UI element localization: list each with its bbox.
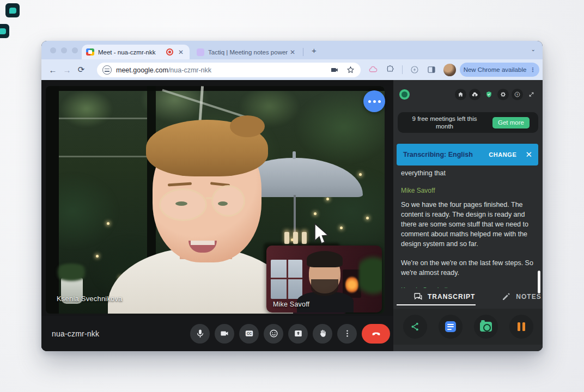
svg-text:CC: CC xyxy=(246,332,252,335)
main-video-tile[interactable]: Ksenia Svechnikova Mike Savoff xyxy=(46,86,385,314)
transcript-text: So we have the four pages finished. The … xyxy=(401,200,536,249)
tab-transcript[interactable]: TRANSCRIPT xyxy=(413,292,475,302)
snowy-window xyxy=(271,260,302,299)
plant xyxy=(359,251,382,300)
desktop-chat-app-icon-2[interactable] xyxy=(0,24,9,38)
close-tab-icon[interactable]: ✕ xyxy=(177,48,185,56)
document-icon xyxy=(445,321,456,332)
close-window-button[interactable] xyxy=(50,47,56,53)
meet-favicon-icon xyxy=(86,48,94,56)
home-icon xyxy=(457,91,464,98)
panel-tabs: TRANSCRIPT NOTES xyxy=(393,289,543,305)
door-frame xyxy=(46,86,385,91)
screenshot-button[interactable] xyxy=(474,315,498,339)
help-icon: ? xyxy=(514,91,521,98)
forward-button[interactable]: → xyxy=(60,65,74,75)
browser-menu-icon[interactable]: ⋮ xyxy=(530,69,536,71)
eye xyxy=(175,201,187,206)
end-call-button[interactable] xyxy=(362,324,390,344)
tab-tactiq[interactable]: Tactiq | Meeting notes power ✕ xyxy=(192,45,301,59)
tab-divider xyxy=(303,48,303,56)
home-button[interactable] xyxy=(455,89,466,100)
change-language-button[interactable]: CHANGE xyxy=(489,151,516,158)
hair xyxy=(307,251,343,267)
raise-hand-button[interactable] xyxy=(313,324,332,344)
url-text[interactable]: meet.google.com/nua-czmr-nkk xyxy=(116,66,330,74)
smiley-icon xyxy=(269,328,279,339)
meeting-code: nua-czmr-nkk xyxy=(52,329,99,338)
more-options-button[interactable] xyxy=(337,324,357,344)
tab-label: NOTES xyxy=(516,293,541,301)
close-banner-icon[interactable]: ✕ xyxy=(525,150,532,160)
tab-search-chevron-icon[interactable]: ⌄ xyxy=(531,46,536,52)
present-icon xyxy=(293,328,303,339)
side-panel-icon[interactable] xyxy=(427,65,436,75)
browser-window: Meet - nua-czmr-nkk ✕ Tactiq | Meeting n… xyxy=(41,41,543,351)
address-bar[interactable]: meet.google.com/nua-czmr-nkk xyxy=(97,63,361,77)
tab-notes[interactable]: NOTES xyxy=(501,292,541,302)
panel-scrollbar[interactable] xyxy=(538,271,540,293)
expand-panel-button[interactable] xyxy=(526,89,537,100)
tab-camera-access-icon[interactable] xyxy=(330,65,339,75)
back-button[interactable]: ← xyxy=(46,65,60,75)
glasses-bridge xyxy=(206,197,212,199)
captions-icon: CC xyxy=(244,328,254,339)
close-tab-icon[interactable]: ✕ xyxy=(288,48,297,56)
toolbar-separator xyxy=(402,65,403,74)
chat-typing-bubble[interactable] xyxy=(363,90,385,112)
microphone-button[interactable] xyxy=(190,324,210,344)
transcribing-banner: Transcribing: English CHANGE ✕ xyxy=(397,144,538,166)
captions-button[interactable]: CC xyxy=(239,324,259,344)
transcript-text: We're on the we're on the last few steps… xyxy=(401,258,536,278)
cloud-upload-icon xyxy=(471,91,478,98)
transcript-list[interactable]: everything that Mike Savoff So we have t… xyxy=(401,167,536,288)
chrome-update-button[interactable]: New Chrome available ⋮ xyxy=(460,63,539,77)
end-call-icon xyxy=(371,328,381,339)
shield-check-icon xyxy=(485,91,492,98)
site-info-icon[interactable] xyxy=(102,65,112,75)
pencil-icon xyxy=(501,292,511,302)
door-muntin xyxy=(59,118,147,119)
notes-document-button[interactable] xyxy=(439,315,463,339)
reactions-button[interactable] xyxy=(264,324,283,344)
window-traffic-lights[interactable] xyxy=(50,47,78,53)
camera-icon xyxy=(480,322,492,332)
recording-indicator-icon xyxy=(166,48,173,56)
camera-icon xyxy=(220,328,230,339)
transcript-text: everything that xyxy=(401,168,536,178)
tactiq-logo-icon xyxy=(399,89,410,100)
pip-participant-name: Mike Savoff xyxy=(273,301,309,308)
active-tab-underline xyxy=(397,304,476,305)
hair-bun xyxy=(146,120,268,176)
battery-saver-icon[interactable] xyxy=(410,65,419,75)
profile-avatar[interactable] xyxy=(443,64,456,76)
bookmark-star-icon[interactable] xyxy=(346,65,355,75)
settings-button[interactable] xyxy=(497,89,509,100)
main-participant-name: Ksenia Svechnikova xyxy=(57,295,123,303)
eye xyxy=(218,201,228,206)
share-button[interactable] xyxy=(403,315,427,339)
new-tab-button[interactable]: + xyxy=(312,46,317,54)
tab-meet[interactable]: Meet - nua-czmr-nkk ✕ xyxy=(82,45,190,59)
minimize-window-button[interactable] xyxy=(61,47,67,53)
camera-button[interactable] xyxy=(215,324,234,344)
refresh-button[interactable]: ⟳ xyxy=(74,65,88,75)
cloud-backup-button[interactable] xyxy=(469,89,480,100)
mouse-cursor xyxy=(314,223,330,247)
help-button[interactable]: ? xyxy=(512,89,523,100)
desktop-chat-app-icon[interactable] xyxy=(5,3,20,17)
zoom-window-button[interactable] xyxy=(72,47,78,53)
pause-recording-button[interactable] xyxy=(509,315,533,339)
chat-bubble-icon xyxy=(0,28,6,34)
chat-bubbles-icon xyxy=(413,292,423,302)
svg-text:?: ? xyxy=(516,93,518,96)
extensions-puzzle-icon[interactable] xyxy=(385,65,395,75)
present-screen-button[interactable] xyxy=(288,324,308,344)
tactiq-favicon-icon xyxy=(197,48,204,56)
pip-video-tile[interactable]: Mike Savoff xyxy=(266,246,382,313)
weather-cloud-extension-icon[interactable] xyxy=(368,65,378,75)
privacy-shield-button[interactable] xyxy=(483,89,495,100)
url-path: /nua-czmr-nkk xyxy=(168,66,211,74)
get-more-button[interactable]: Get more xyxy=(492,117,530,128)
url-host: meet.google.com xyxy=(116,66,168,74)
